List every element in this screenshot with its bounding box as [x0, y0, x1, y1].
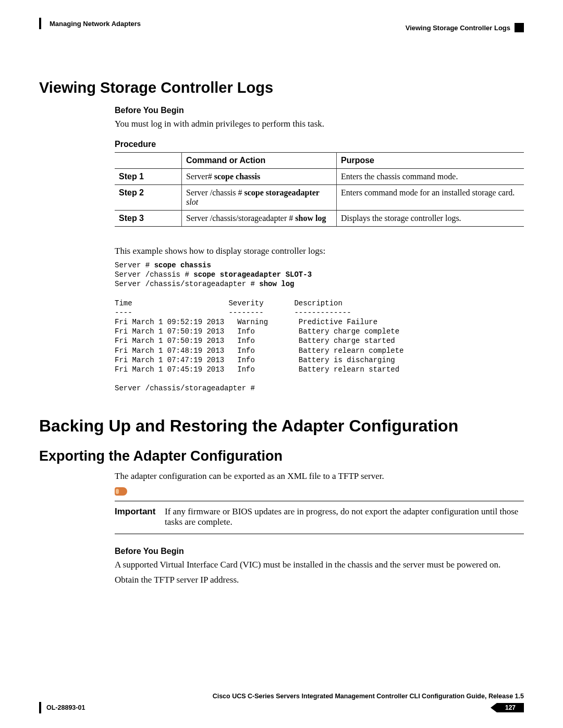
procedure-heading: Procedure — [115, 140, 524, 149]
page-number-badge: 127 — [491, 703, 524, 712]
note-text: If any firmware or BIOS updates are in p… — [165, 507, 524, 527]
before-begin-heading: Before You Begin — [115, 106, 524, 115]
section-title-backup: Backing Up and Restoring the Adapter Con… — [39, 416, 524, 436]
crop-mark-icon — [39, 18, 41, 29]
purpose-cell: Enters command mode for an installed sto… — [337, 184, 524, 210]
step-cell: Step 2 — [115, 184, 182, 210]
before-begin-text: You must log in with admin privileges to… — [115, 118, 524, 130]
command-cell: Server /chassis/storageadapter # show lo… — [182, 210, 337, 226]
important-hand-icon — [115, 487, 127, 496]
header-marker-icon — [515, 23, 524, 32]
command-cell: Server /chassis # scope storageadapter s… — [182, 184, 337, 210]
page-title: Viewing Storage Controller Logs — [39, 79, 524, 96]
th-command: Command or Action — [182, 152, 337, 168]
wedge-icon — [491, 703, 497, 712]
th-step — [115, 152, 182, 168]
before-begin2-line1: A supported Virtual Interface Card (VIC)… — [115, 559, 524, 571]
crop-mark-icon — [39, 702, 41, 713]
important-note: Important If any firmware or BIOS update… — [115, 501, 524, 534]
table-row: Step 2 Server /chassis # scope storagead… — [115, 184, 524, 210]
page-number: 127 — [497, 703, 524, 712]
example-intro: This example shows how to display storag… — [115, 245, 524, 257]
before-begin2-line2: Obtain the TFTP server IP address. — [115, 574, 524, 586]
footer-guide: Cisco UCS C-Series Servers Integrated Ma… — [39, 693, 524, 700]
export-intro: The adapter configuration can be exporte… — [115, 471, 524, 483]
table-row: Step 3 Server /chassis/storageadapter # … — [115, 210, 524, 226]
section-title-export: Exporting the Adapter Configuration — [39, 448, 524, 464]
purpose-cell: Enters the chassis command mode. — [337, 168, 524, 184]
th-purpose: Purpose — [337, 152, 524, 168]
procedure-table: Command or Action Purpose Step 1 Server#… — [115, 152, 524, 227]
command-cell: Server# scope chassis — [182, 168, 337, 184]
step-cell: Step 3 — [115, 210, 182, 226]
header-left: Managing Network Adapters — [50, 20, 141, 28]
header-right: Viewing Storage Controller Logs — [406, 24, 510, 32]
step-cell: Step 1 — [115, 168, 182, 184]
note-label: Important — [115, 507, 154, 527]
footer-docid: OL-28893-01 — [46, 704, 85, 711]
cli-output: Server # scope chassis Server /chassis #… — [115, 261, 524, 393]
table-row: Step 1 Server# scope chassis Enters the … — [115, 168, 524, 184]
purpose-cell: Displays the storage controller logs. — [337, 210, 524, 226]
before-begin2-heading: Before You Begin — [115, 547, 524, 556]
